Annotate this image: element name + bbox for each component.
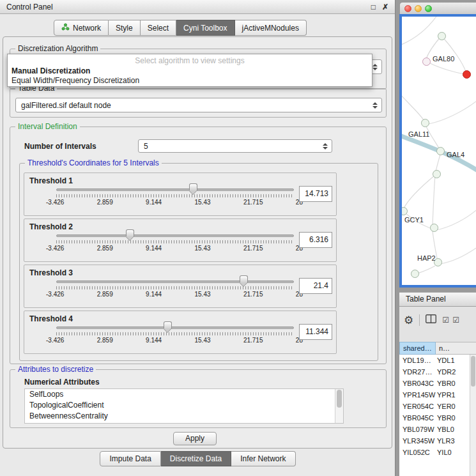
tick-label: 9.144 <box>146 337 162 344</box>
tab-select[interactable]: Select <box>141 20 176 36</box>
slider-track[interactable] <box>56 326 294 329</box>
table-cell: YIL0 <box>436 449 470 456</box>
network-node-selected[interactable] <box>463 70 471 79</box>
scrollbar-thumb[interactable] <box>471 356 475 387</box>
network-canvas[interactable]: GAL80 GAL11 GAL4 GCY1 HAP2 <box>402 17 476 285</box>
table-row[interactable]: YDR27…YDR2 <box>399 366 470 378</box>
numerical-attributes-list[interactable]: SelfLoopsTopologicalCoefficientBetweenne… <box>24 388 344 424</box>
table-row[interactable]: YBR043CYBR0 <box>399 378 470 389</box>
threshold-1-slider[interactable]: -3.4262.8599.14415.4321.71528 <box>56 183 294 209</box>
tick-label: 9.144 <box>146 245 162 252</box>
table-row[interactable]: YBL079WYBL0 <box>399 424 470 435</box>
table-row[interactable]: YIL052CYIL0 <box>399 447 470 458</box>
threshold-3-slider[interactable]: -3.4262.8599.14415.4321.71528 <box>56 275 294 301</box>
tick-label: 9.144 <box>146 199 162 206</box>
table-row[interactable]: YBR045CYBR0 <box>399 412 470 424</box>
tab-style[interactable]: Style <box>109 20 141 36</box>
number-of-intervals-label: Number of Intervals <box>24 142 96 151</box>
toolbar-divider <box>419 314 420 326</box>
scrollbar-thumb[interactable] <box>337 390 342 408</box>
close-icon[interactable]: ✗ <box>382 3 388 12</box>
popup-option-manual-discretization[interactable]: Manual Discretization <box>12 66 90 75</box>
bottom-tabbar: Impute Data Discretize Data Infer Networ… <box>0 451 395 466</box>
tick-label: 2.859 <box>97 199 113 206</box>
slider-ticks <box>56 332 294 335</box>
list-item[interactable]: SelfLoops <box>25 389 343 400</box>
tick-label: -3.426 <box>46 245 64 252</box>
list-scrollbar[interactable] <box>335 389 343 423</box>
table-panel-titlebar[interactable]: Table Panel <box>399 292 476 307</box>
threshold-value-field[interactable]: 14.713 <box>299 186 332 202</box>
network-node[interactable] <box>438 32 446 40</box>
slider-thumb[interactable] <box>164 321 172 328</box>
float-window-icon[interactable]: □ <box>371 3 376 12</box>
network-view-window: GAL80 GAL11 GAL4 GCY1 HAP2 <box>399 2 476 288</box>
threshold-2-slider[interactable]: -3.4262.8599.14415.4321.71528 <box>56 229 294 255</box>
column-header-name[interactable]: n… <box>436 342 476 355</box>
table-panel-title: Table Panel <box>406 295 446 303</box>
tab-infer-network[interactable]: Infer Network <box>231 451 295 466</box>
network-window-titlebar[interactable] <box>399 2 476 14</box>
table-row[interactable]: YPR145WYPR1 <box>399 389 470 401</box>
tab-discretize-data[interactable]: Discretize Data <box>161 451 231 466</box>
group-title: Interval Definition <box>15 122 80 131</box>
slider-thumb[interactable] <box>126 229 134 236</box>
table-cell: YBR0 <box>436 414 470 422</box>
network-node[interactable] <box>436 147 445 155</box>
tick-label: 2.859 <box>97 337 113 344</box>
table-scrollbar[interactable] <box>470 355 476 476</box>
threshold-1-box: Threshold 1 -3.4262.8599.14415.4321.7152… <box>24 173 337 216</box>
table-cell: YBR045C <box>399 414 436 422</box>
network-node[interactable] <box>433 170 441 178</box>
slider-track[interactable] <box>56 234 294 237</box>
combo-value: 5 <box>144 142 148 151</box>
list-item[interactable]: TopologicalCoefficient <box>25 400 343 411</box>
table-row[interactable]: YDL19…YDL1 <box>399 355 470 366</box>
slider-tick-labels: -3.4262.8599.14415.4321.71528 <box>46 337 303 344</box>
tab-network[interactable]: Network <box>54 20 109 36</box>
tab-label: Cyni Toolbox <box>183 24 227 33</box>
table-data-combo[interactable]: galFiltered.sif default node <box>15 98 382 112</box>
threshold-value-field[interactable]: 11.344 <box>299 324 332 340</box>
tick-label: 21.715 <box>243 337 263 344</box>
slider-ticks <box>56 286 294 289</box>
close-traffic-light-icon[interactable] <box>404 5 411 12</box>
network-node[interactable] <box>422 58 431 66</box>
tab-impute-data[interactable]: Impute Data <box>100 451 160 466</box>
apply-button[interactable]: Apply <box>173 432 217 445</box>
tick-label: -3.426 <box>46 199 64 206</box>
gear-icon[interactable]: ⚙ <box>404 315 413 326</box>
tab-jactivemnodules[interactable]: jActiveMNodules <box>235 20 307 36</box>
network-node[interactable] <box>421 119 429 127</box>
minimize-traffic-light-icon[interactable] <box>415 5 422 12</box>
group-title: Threshold's Coordinates for 5 Intervals <box>25 158 162 167</box>
slider-track[interactable] <box>56 280 294 283</box>
control-panel-titlebar[interactable]: Control Panel □ ✗ <box>0 0 395 14</box>
table-row[interactable]: YLR345WYLR3 <box>399 435 470 447</box>
algorithm-dropdown-popup: Select algorithm to view settings Manual… <box>7 54 372 87</box>
checkbox-icons[interactable]: ☑ ☑ <box>442 316 460 325</box>
slider-thumb[interactable] <box>240 275 248 282</box>
columns-icon[interactable] <box>426 314 436 326</box>
cyni-toolbox-panel: Discretization Algorithm Select algorith… <box>3 36 392 449</box>
threshold-2-box: Threshold 2 -3.4262.8599.14415.4321.7152… <box>24 219 337 262</box>
threshold-value-field[interactable]: 21.4 <box>299 278 332 294</box>
slider-ticks <box>56 194 294 197</box>
threshold-value-field[interactable]: 6.316 <box>299 232 332 248</box>
threshold-4-slider[interactable]: -3.4262.8599.14415.4321.71528 <box>56 321 294 347</box>
tick-label: 15.43 <box>195 291 211 298</box>
column-header-shared-name[interactable]: shared… <box>399 342 436 355</box>
tab-cyni-toolbox[interactable]: Cyni Toolbox <box>176 20 234 36</box>
network-node[interactable] <box>411 270 419 278</box>
number-of-intervals-combo[interactable]: 5 <box>138 139 332 153</box>
table-row[interactable]: YER054CYER0 <box>399 401 470 412</box>
popup-option-equal-width-frequency[interactable]: Equal Width/Frequency Discretization <box>12 76 139 85</box>
table-header-row: shared… n… <box>399 342 476 355</box>
zoom-traffic-light-icon[interactable] <box>425 5 432 12</box>
slider-track[interactable] <box>56 188 294 191</box>
slider-thumb[interactable] <box>189 183 197 190</box>
list-item[interactable]: BetweennessCentrality <box>25 411 343 422</box>
network-node[interactable] <box>430 224 438 232</box>
network-node-label: GAL80 <box>433 55 454 63</box>
stepper-icon <box>320 140 330 152</box>
